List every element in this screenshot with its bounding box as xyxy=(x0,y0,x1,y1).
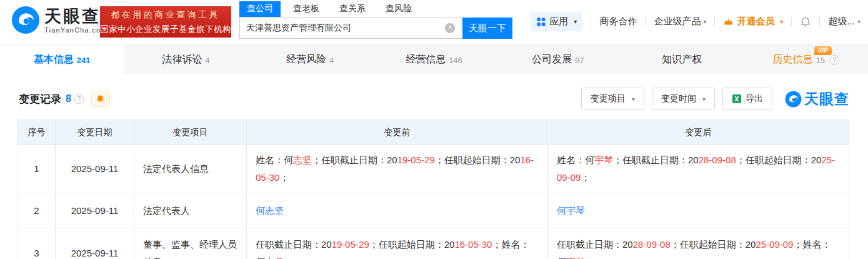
tab-legal-cases[interactable]: 法律诉讼4 xyxy=(124,45,247,74)
tab-label: 基本信息 xyxy=(34,53,74,66)
change-item-cell: 法定代表人 xyxy=(134,193,247,228)
user-account-menu[interactable]: 超级... ▾ xyxy=(828,16,861,28)
plain-text: ； xyxy=(279,172,289,183)
section-count: 8 xyxy=(66,93,71,104)
plain-text: ；任职起始日期：20 xyxy=(369,239,455,250)
changed-text: 25-09-09 xyxy=(756,239,793,250)
section-title-group: 变更记录 8 ? xyxy=(19,91,110,107)
apps-label: 应用 xyxy=(549,16,568,28)
business-coop-label: 商务合作 xyxy=(599,16,637,28)
tianyancha-watermark-icon xyxy=(785,91,802,108)
change-date-cell: 2025-09-11 xyxy=(56,145,134,193)
watermark-logo: 天眼查 xyxy=(785,89,849,109)
export-label: 导出 xyxy=(746,93,763,104)
changed-text: 19-05-29 xyxy=(397,155,435,165)
export-button[interactable]: 导出 xyxy=(722,88,772,110)
divider xyxy=(645,18,646,26)
change-item-cell: 法定代表人信息 xyxy=(134,145,247,193)
plain-text: 姓名：何 xyxy=(557,155,594,165)
search-tab-1[interactable]: 查公司 xyxy=(239,1,281,17)
business-coop-link[interactable]: 商务合作 xyxy=(599,16,637,28)
tab-business-info[interactable]: 经营信息146 xyxy=(372,45,496,74)
chevron-down-icon: ▾ xyxy=(632,96,635,103)
help-icon[interactable]: ? xyxy=(74,94,84,104)
filter-label: 变更时间 xyxy=(661,93,696,104)
chevron-down-icon: ▾ xyxy=(780,18,783,25)
tab-label: 公司发展 xyxy=(532,53,572,66)
tab-count: 4 xyxy=(329,56,334,65)
enterprise-products-menu[interactable]: 企业级产品 ▾ xyxy=(654,16,706,28)
chevron-down-icon: ▾ xyxy=(703,18,706,25)
tab-basic-info[interactable]: 基本信息241 xyxy=(0,45,124,74)
change-before-cell: 任职截止日期：2019-05-29；任职起始日期：2016-05-30；姓名：何… xyxy=(247,228,548,259)
table-row: 32025-09-11董事、监事、经理人员信息任职截止日期：2019-05-29… xyxy=(18,228,849,259)
changed-text: 19-05-29 xyxy=(332,239,369,250)
vip-upgrade-link[interactable]: 开通会员 ▾ xyxy=(723,16,783,28)
tab-history-info[interactable]: 历史信息15?VIP xyxy=(744,45,868,74)
table-header: 序号变更日期变更项目变更前变更后 xyxy=(18,120,849,145)
person-link[interactable]: 何志坚 xyxy=(256,205,284,216)
chevron-down-icon: ▾ xyxy=(857,18,861,25)
search-tab-3[interactable]: 查关系 xyxy=(332,1,373,17)
help-icon[interactable]: ? xyxy=(830,55,839,64)
vip-label: 开通会员 xyxy=(737,16,774,28)
changed-text: 16-05-30 xyxy=(454,239,492,250)
row-no-cell: 2 xyxy=(18,193,56,228)
change-after-cell: 任职截止日期：2028-09-08；任职起始日期：2025-09-09；姓名：何… xyxy=(548,228,849,259)
tab-count: 241 xyxy=(77,56,91,65)
clear-search-icon[interactable]: × xyxy=(445,23,455,33)
subscribe-bell-button[interactable] xyxy=(91,91,110,107)
tab-intellectual-property[interactable]: 知识产权 xyxy=(620,45,744,74)
tab-label: 知识产权 xyxy=(662,53,702,66)
search-tabs: 查公司查老板查关系查风险 xyxy=(239,1,512,17)
divider xyxy=(591,18,591,26)
bell-icon xyxy=(96,94,105,104)
plain-text: ； xyxy=(585,256,594,259)
enterprise-products-label: 企业级产品 xyxy=(654,16,701,28)
excel-icon xyxy=(732,94,742,104)
tab-label: 经营信息 xyxy=(406,53,446,66)
section-header-row: 变更记录 8 ? 变更项目▾变更时间▾ 导出 xyxy=(19,88,849,110)
change-before-cell: 姓名：何志坚；任职截止日期：2019-05-29；任职起始日期：2016-05-… xyxy=(247,145,548,193)
site-header: 天眼查 TianYanCha.com 都在用的商业查询工具 国家中小企业发展子基… xyxy=(0,0,868,45)
notification-bell-icon[interactable] xyxy=(800,16,811,28)
change-after-cell: 何宇琴 xyxy=(548,193,849,228)
person-link[interactable]: 何宇琴 xyxy=(557,205,585,216)
tab-count: 15 xyxy=(816,56,825,65)
tab-company-development[interactable]: 公司发展97 xyxy=(496,45,620,74)
search-input[interactable] xyxy=(239,18,462,39)
apps-grid-icon xyxy=(536,17,546,27)
apps-menu[interactable]: 应用 ▾ xyxy=(531,12,582,31)
tab-count: 97 xyxy=(575,56,584,65)
row-no-cell: 3 xyxy=(18,228,56,259)
tab-business-risk[interactable]: 经营风险4 xyxy=(248,45,372,74)
tab-label: 经营风险 xyxy=(286,53,326,66)
slogan-line-2: 国家中小企业发展子基金旗下机构 xyxy=(100,22,231,36)
change-record-section: 变更记录 8 ? 变更项目▾变更时间▾ 导出 xyxy=(0,88,868,259)
user-account-label: 超级... xyxy=(828,16,855,28)
plain-text: ；任职起始日期：20 xyxy=(736,155,822,165)
logo-brand-text: 天眼查 xyxy=(44,7,107,26)
search-tab-4[interactable]: 查风险 xyxy=(378,1,419,17)
changed-text: 志坚 xyxy=(293,155,312,165)
divider xyxy=(819,18,820,26)
change-record-table: 序号变更日期变更项目变更前变更后 12025-09-11法定代表人信息姓名：何志… xyxy=(17,119,849,259)
filter-change-time-button[interactable]: 变更时间▾ xyxy=(652,88,715,110)
filter-label: 变更项目 xyxy=(591,93,626,104)
tianyancha-logo[interactable]: 天眼查 TianYanCha.com xyxy=(11,6,107,34)
plain-text: ；任职起始日期：20 xyxy=(435,155,521,165)
plain-text: ；任职起始日期：20 xyxy=(671,239,756,250)
column-header: 变更项目 xyxy=(134,120,247,145)
column-header: 序号 xyxy=(18,120,56,145)
search-button[interactable]: 天眼一下 xyxy=(462,18,512,39)
change-item-cell: 董事、监事、经理人员信息 xyxy=(134,228,247,259)
column-header: 变更前 xyxy=(247,120,548,145)
changed-text: 28-09-08 xyxy=(633,239,671,250)
chevron-down-icon: ▾ xyxy=(702,96,706,103)
search-tab-2[interactable]: 查老板 xyxy=(286,1,327,17)
changed-text: 宇琴 xyxy=(594,155,613,165)
plain-text: ； xyxy=(581,172,590,183)
section-actions: 变更项目▾变更时间▾ 导出 天眼查 xyxy=(581,88,849,110)
change-after-cell: 姓名：何宇琴；任职截止日期：2028-09-08；任职起始日期：2025-09-… xyxy=(548,145,849,193)
filter-change-item-button[interactable]: 变更项目▾ xyxy=(581,88,644,110)
